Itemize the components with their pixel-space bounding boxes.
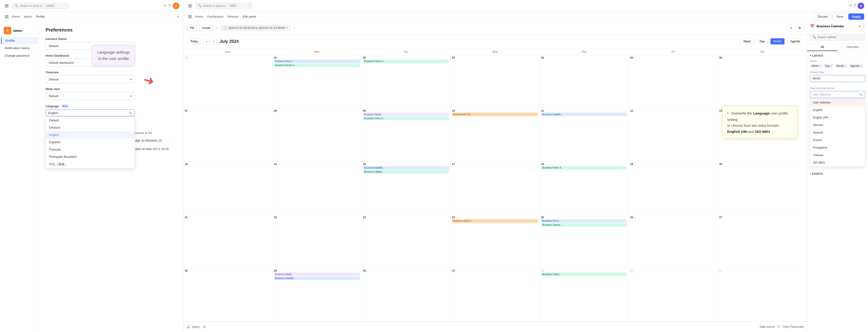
- calendar-cell[interactable]: 04: [539, 55, 629, 108]
- date-range-chevron[interactable]: ▾: [286, 26, 287, 30]
- right-search-bar[interactable]: 🔍 Search or jump to... ctrl+k: [196, 3, 252, 9]
- zoom-out-icon[interactable]: ↻: [797, 25, 803, 31]
- prev-month-button[interactable]: ‹: [204, 38, 210, 44]
- actual-button[interactable]: Actual: [199, 25, 213, 31]
- collapse-icon[interactable]: ∧: [177, 14, 179, 19]
- calendar-cell[interactable]: 18Business Forms 4...: [539, 162, 629, 215]
- calendar-cell[interactable]: 11Business Satellite...: [539, 109, 629, 161]
- options-search-input[interactable]: [817, 35, 863, 39]
- default-view-select[interactable]: Month: [810, 75, 865, 82]
- lang-option-portuguese[interactable]: Português Brasileiro: [46, 153, 135, 160]
- right-help-icon[interactable]: ?: [854, 4, 856, 8]
- format-user-selection[interactable]: User selection: [810, 99, 865, 106]
- events-section-title[interactable]: › Events: [810, 172, 865, 175]
- calendar-event[interactable]: Business Text 5...: [541, 219, 627, 223]
- date-format-input[interactable]: User selection 🔍: [810, 91, 865, 98]
- right-arrow-icon[interactable]: ›: [292, 25, 295, 31]
- chip-month-remove[interactable]: ×: [844, 65, 846, 67]
- calendar-cell[interactable]: 09Business Variati...Business Forms 4...: [362, 109, 451, 161]
- chip-agenda-remove[interactable]: ×: [860, 65, 862, 67]
- language-input-wrapper[interactable]: 🔍: [45, 110, 135, 116]
- calendar-cell[interactable]: 03: [718, 268, 807, 321]
- calendar-cell[interactable]: 24Business Input 4...: [451, 215, 540, 268]
- calendar-event[interactable]: Business Input 4...: [452, 219, 538, 223]
- calendar-cell[interactable]: 27: [718, 215, 807, 268]
- calendar-cell[interactable]: 28: [183, 268, 273, 321]
- menu-icon[interactable]: [4, 14, 9, 19]
- right-plus-icon[interactable]: +: [849, 3, 852, 8]
- calendar-cell[interactable]: 17: [451, 162, 540, 215]
- hamburger-icon[interactable]: [4, 3, 9, 8]
- left-search-bar[interactable]: 🔍 Search or jump to... cmd+k: [12, 3, 69, 9]
- calendar-event[interactable]: Business Variati...: [363, 113, 449, 116]
- view-month-button[interactable]: Month: [770, 38, 784, 44]
- calendar-cell[interactable]: 26: [629, 215, 718, 268]
- sidebar-item-change-password[interactable]: Change password: [1, 52, 39, 59]
- chip-day-remove[interactable]: ×: [830, 65, 832, 67]
- calendar-event[interactable]: Business Forms 4...: [363, 59, 449, 63]
- calendar-cell[interactable]: 01Business Text S...Business Forms 4...: [273, 55, 362, 108]
- calendar-event[interactable]: Business Text S...: [274, 59, 360, 63]
- right-bc-home[interactable]: Home: [195, 15, 204, 18]
- calendar-event[interactable]: Business Charts...: [541, 273, 627, 276]
- avatar[interactable]: A: [173, 3, 179, 9]
- calendar-event[interactable]: Business Satellite...: [541, 113, 627, 116]
- calendar-chevron-down[interactable]: ▾: [859, 25, 861, 28]
- calendar-cell[interactable]: 01Business Charts...: [539, 268, 629, 321]
- fill-button[interactable]: Fill: [187, 25, 197, 31]
- calendar-cell[interactable]: 31: [451, 268, 540, 321]
- language-search-input[interactable]: [48, 111, 129, 115]
- calendar-cell[interactable]: 15: [273, 162, 362, 215]
- sidebar-item-notifications[interactable]: Notification history: [1, 44, 39, 52]
- right-hamburger[interactable]: [187, 3, 193, 8]
- calendar-cell[interactable]: 08: [273, 109, 362, 161]
- format-english-24h[interactable]: English 24H: [810, 114, 865, 121]
- calendar-cell[interactable]: 05: [629, 55, 718, 108]
- lang-option-default[interactable]: Default: [46, 117, 135, 124]
- save-button[interactable]: Save: [833, 13, 847, 20]
- lang-option-chinese[interactable]: 中文（简体）: [46, 160, 135, 168]
- format-french[interactable]: French: [810, 137, 865, 144]
- calendar-cell[interactable]: 22: [273, 215, 362, 268]
- breadcrumb-admin[interactable]: admin: [24, 15, 32, 18]
- calendar-cell[interactable]: 16Business Satellite...Business Calend..…: [362, 162, 451, 215]
- right-bc-dashboards[interactable]: Dashboards: [207, 15, 224, 18]
- sidebar-item-profile[interactable]: Profile: [1, 37, 39, 44]
- discard-button[interactable]: Discard: [814, 13, 831, 20]
- help-icon[interactable]: ?: [168, 4, 170, 8]
- format-portuguese[interactable]: Portuguese: [810, 144, 865, 151]
- lang-option-english[interactable]: English: [46, 131, 135, 139]
- format-english[interactable]: English: [810, 106, 865, 114]
- calendar-cell[interactable]: 12: [629, 109, 718, 161]
- lang-option-deutsch[interactable]: Deutsch: [46, 124, 135, 131]
- calendar-cell[interactable]: 30: [183, 55, 273, 108]
- breadcrumb-home[interactable]: Home: [12, 15, 20, 18]
- calendar-event[interactable]: Business Forms 4...: [363, 117, 449, 120]
- calendar-cell[interactable]: 02Business Forms 4...: [362, 55, 451, 108]
- timezone-select[interactable]: Default: [45, 76, 135, 83]
- view-week-button[interactable]: Week: [740, 38, 753, 44]
- right-bc-release[interactable]: Release: [227, 15, 239, 18]
- lang-option-francais[interactable]: Français: [46, 146, 135, 153]
- calendar-event[interactable]: Environment DS...: [452, 113, 538, 116]
- next-month-button[interactable]: ›: [211, 38, 217, 44]
- calendar-cell[interactable]: 14: [183, 162, 273, 215]
- lang-option-espanol[interactable]: Español: [46, 139, 135, 146]
- left-arrow-icon[interactable]: ‹: [216, 25, 218, 31]
- calendar-event[interactable]: Business Media...: [274, 273, 360, 276]
- view-day-button[interactable]: Day: [756, 38, 768, 44]
- options-search[interactable]: 🔍: [810, 34, 865, 40]
- right-menu-icon[interactable]: [187, 14, 193, 19]
- calendar-cell[interactable]: 23: [362, 215, 451, 268]
- right-avatar[interactable]: A: [858, 3, 864, 9]
- tab-all[interactable]: All: [807, 43, 838, 51]
- view-agenda-button[interactable]: Agenda: [787, 38, 803, 44]
- calendar-expand-icon[interactable]: ⤢: [863, 25, 865, 28]
- layout-section-title[interactable]: ▾ Layout: [810, 54, 865, 57]
- calendar-event[interactable]: Business Forms 4...: [541, 166, 627, 170]
- calendar-cell[interactable]: 06: [718, 55, 807, 108]
- format-chinese[interactable]: Chinese: [810, 151, 865, 159]
- calendar-cell[interactable]: 10Environment DS...: [451, 109, 540, 161]
- calendar-event[interactable]: Business Satellite...: [274, 276, 360, 280]
- format-german[interactable]: German: [810, 121, 865, 129]
